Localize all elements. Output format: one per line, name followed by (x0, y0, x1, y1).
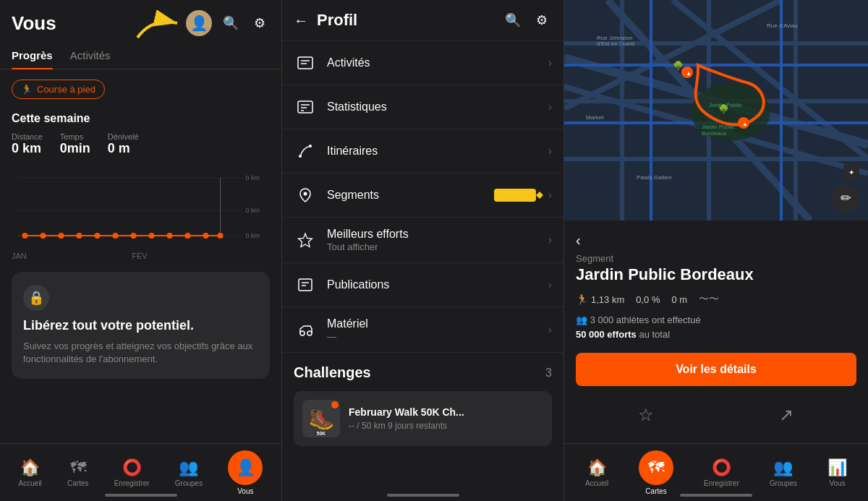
materiel-label: Matériel (327, 317, 548, 330)
statistiques-label: Statistiques (327, 100, 548, 114)
challenge-item[interactable]: 🥾 50K February Walk 50K Ch... -- / 50 km… (294, 391, 552, 446)
svg-text:d'Est en Ouest: d'Est en Ouest (597, 40, 635, 47)
menu-meilleurs-efforts[interactable]: Meilleurs efforts Tout afficher › (282, 218, 563, 263)
right-nav-cartes-label: Cartes (645, 487, 666, 495)
right-vous-icon: 📊 (827, 458, 847, 477)
menu-segments[interactable]: Segments › (282, 174, 563, 218)
lock-section: 🔒 Libérez tout votre potentiel. Suivez v… (12, 272, 270, 379)
star-icon: ☆ (638, 405, 654, 425)
stat-denivele: Dénivelé 0 m (108, 132, 139, 156)
week-title: Cette semaine (12, 112, 270, 125)
svg-text:▲: ▲ (742, 121, 748, 127)
right-nav-vous[interactable]: 📊 Vous (827, 458, 847, 487)
avatar[interactable] (186, 10, 212, 36)
mid-search-icon[interactable]: 🔍 (503, 10, 523, 30)
segment-actions: ☆ ↗ (576, 398, 856, 432)
efforts-chevron: › (548, 234, 552, 247)
right-nav-enregistrer[interactable]: ⭕ Enregistrer (704, 458, 739, 487)
filter-pill[interactable]: 🏃 Course à pied (12, 80, 105, 99)
statistiques-icon (294, 95, 317, 119)
itineraires-text: Itinéraires (327, 145, 548, 158)
challenges-header: Challenges 3 (294, 364, 552, 381)
mid-gear-icon[interactable]: ⚙ (532, 10, 552, 30)
materiel-chevron: › (548, 323, 552, 336)
voir-details-button[interactable]: Voir les détails (576, 353, 856, 386)
stat-temps: Temps 0min (60, 132, 90, 156)
filter-row: 🏃 Course à pied (0, 69, 281, 109)
map-icon: 🗺 (70, 458, 86, 477)
share-button[interactable]: ↗ (769, 398, 804, 432)
stat-temps-label: Temps (60, 132, 90, 141)
mid-header: ← Profil 🔍 ⚙ (282, 0, 563, 41)
segments-chevron: › (548, 189, 552, 202)
svg-point-39 (307, 331, 312, 335)
challenges-count: 3 (545, 367, 552, 380)
tab-activites[interactable]: Activités (70, 49, 111, 69)
right-nav-accueil[interactable]: 🏠 Accueil (585, 458, 608, 487)
nav-accueil-label: Accueil (19, 479, 42, 487)
menu-activites[interactable]: Activités › (282, 41, 563, 85)
tab-progres[interactable]: Progrès (12, 49, 53, 69)
distance-icon: 🏃 (576, 294, 588, 305)
publications-label: Publications (327, 278, 548, 291)
nav-cartes[interactable]: 🗺 Cartes (67, 458, 88, 487)
search-icon[interactable]: 🔍 (221, 13, 241, 33)
segment-back-button[interactable]: ‹ (576, 232, 856, 249)
record-icon: ⭕ (122, 458, 142, 477)
nav-groupes[interactable]: 👥 Groupes (175, 458, 203, 487)
challenge-name: February Walk 50K Ch... (349, 406, 543, 418)
efforts-sub: Tout afficher (327, 241, 548, 252)
lock-icon-row: 🔒 (23, 285, 258, 311)
nav-vous-label: Vous (237, 487, 253, 495)
seg-grade-val: 0,0 % (636, 294, 660, 305)
svg-text:Jardin Public: Jardin Public (702, 124, 735, 130)
challenge-info: February Walk 50K Ch... -- / 50 km 9 jou… (349, 406, 543, 431)
menu-publications[interactable]: Publications › (282, 263, 563, 307)
materiel-text: Matériel — (327, 317, 548, 342)
mid-panel: ← Profil 🔍 ⚙ Activités › Statistiques › (282, 0, 564, 501)
stat-denivele-label: Dénivelé (108, 132, 139, 141)
svg-rect-24 (298, 101, 312, 113)
groups-icon: 👥 (179, 458, 198, 477)
yellow-arrow-left (130, 10, 188, 45)
nav-enregistrer[interactable]: ⭕ Enregistrer (114, 458, 150, 487)
svg-text:Palais Gallien: Palais Gallien (637, 174, 672, 181)
gear-icon[interactable]: ⚙ (250, 13, 270, 33)
athletes-line1: 3 000 athlètes ont effectué (590, 314, 701, 325)
efforts-icon (294, 228, 317, 252)
menu-materiel[interactable]: Matériel — › (282, 307, 563, 353)
tabs-row: Progrès Activités (0, 40, 281, 69)
right-map-icon: 🗺 (648, 458, 664, 477)
compass-icon[interactable]: ✦ (843, 164, 859, 180)
itineraires-chevron: › (548, 145, 552, 158)
edit-icon[interactable]: ✏ (832, 184, 859, 212)
menu-statistiques[interactable]: Statistiques › (282, 85, 563, 129)
challenge-badge: 🥾 50K (302, 400, 340, 437)
segment-title: Jardin Public Bordeaux (576, 265, 856, 284)
seg-elev-val: 0 m (672, 294, 688, 305)
right-nav-groupes[interactable]: 👥 Groupes (770, 458, 797, 487)
svg-text:🌳: 🌳 (718, 103, 729, 114)
nav-vous[interactable]: 👤 Vous (228, 450, 263, 495)
right-nav-accueil-label: Accueil (585, 479, 608, 487)
svg-text:0 km: 0 km (246, 174, 260, 181)
map-area: Rue Johnston d'Est en Ouest Rue d'Aviau … (564, 0, 868, 220)
star-button[interactable]: ☆ (629, 398, 663, 432)
seg-grade: 0,0 % (636, 294, 660, 305)
right-nav-cartes[interactable]: 🗺 Cartes (639, 450, 673, 495)
x-label-jan: JAN (12, 252, 27, 260)
home-indicator-left (105, 494, 177, 497)
left-header: Vous 🔍 ⚙ (0, 0, 281, 36)
chart-svg: 0 km 0 km 0 km (12, 171, 270, 243)
nav-accueil[interactable]: 🏠 Accueil (19, 458, 42, 487)
page-title: Vous (12, 12, 56, 35)
stat-distance: Distance 0 km (12, 132, 43, 156)
left-panel: Vous 🔍 ⚙ Progrès Activités 🏃 Course à pi… (0, 0, 282, 501)
materiel-sub: — (327, 331, 548, 342)
chart-x-labels: JAN FÉV (0, 249, 281, 263)
back-button[interactable]: ← (294, 12, 308, 29)
stat-denivele-value: 0 m (108, 141, 130, 155)
segment-label: Segment (576, 253, 856, 264)
svg-point-29 (309, 145, 312, 147)
menu-itineraires[interactable]: Itinéraires › (282, 129, 563, 174)
